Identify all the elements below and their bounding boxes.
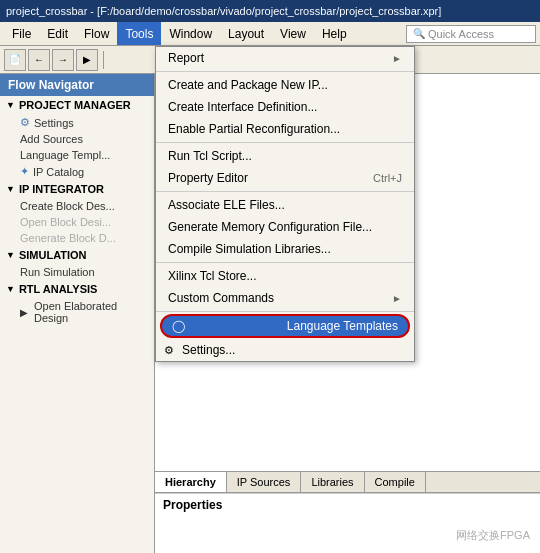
menu-generate-memory[interactable]: Generate Memory Configuration File... xyxy=(156,216,414,238)
menu-xilinx-tcl[interactable]: Xilinx Tcl Store... xyxy=(156,265,414,287)
menu-report[interactable]: Report ► xyxy=(156,47,414,69)
property-editor-shortcut: Ctrl+J xyxy=(373,172,402,184)
nav-open-elaborated[interactable]: ▶ Open Elaborated Design xyxy=(0,298,154,326)
settings-menu-icon: ⚙ xyxy=(164,344,174,357)
menu-run-tcl[interactable]: Run Tcl Script... xyxy=(156,145,414,167)
nav-run-simulation[interactable]: Run Simulation xyxy=(0,264,154,280)
nav-section-rtl[interactable]: ▼ RTL ANALYSIS xyxy=(0,280,154,298)
tab-ip-sources[interactable]: IP Sources xyxy=(227,472,302,492)
nav-add-sources[interactable]: Add Sources xyxy=(0,131,154,147)
quick-access-bar[interactable]: 🔍 Quick Access xyxy=(406,25,536,43)
arrow-ip-integrator: ▼ xyxy=(6,184,15,194)
toolbar-separator-1 xyxy=(103,51,104,69)
nav-section-simulation[interactable]: ▼ SIMULATION xyxy=(0,246,154,264)
menu-layout[interactable]: Layout xyxy=(220,22,272,45)
nav-language-templates[interactable]: Language Templ... xyxy=(0,147,154,163)
menu-language-templates[interactable]: ◯ Language Templates xyxy=(160,314,410,338)
ip-catalog-icon: ✦ xyxy=(20,165,29,178)
nav-create-block[interactable]: Create Block Des... xyxy=(0,198,154,214)
menu-tools[interactable]: Tools xyxy=(117,22,161,45)
nav-settings[interactable]: ⚙ Settings xyxy=(0,114,154,131)
sep-1 xyxy=(156,71,414,72)
nav-section-project-manager[interactable]: ▼ PROJECT MANAGER xyxy=(0,96,154,114)
tools-dropdown-menu[interactable]: Report ► Create and Package New IP... Cr… xyxy=(155,46,415,362)
nav-generate-block[interactable]: Generate Block D... xyxy=(0,230,154,246)
nav-ip-catalog[interactable]: ✦ IP Catalog xyxy=(0,163,154,180)
menu-view[interactable]: View xyxy=(272,22,314,45)
flow-navigator: Flow Navigator ▼ PROJECT MANAGER ⚙ Setti… xyxy=(0,74,155,553)
tab-compile[interactable]: Compile xyxy=(365,472,426,492)
triangle-icon: ▶ xyxy=(20,307,28,318)
custom-commands-arrow: ► xyxy=(392,293,402,304)
toolbar-action-btn[interactable]: ▶ xyxy=(76,49,98,71)
menu-create-package-ip[interactable]: Create and Package New IP... xyxy=(156,74,414,96)
nav-section-label-rtl: RTL ANALYSIS xyxy=(19,283,97,295)
sep-4 xyxy=(156,262,414,263)
toolbar-new-btn[interactable]: 📄 xyxy=(4,49,26,71)
sep-2 xyxy=(156,142,414,143)
title-text: project_crossbar - [F:/board/demo/crossb… xyxy=(6,5,441,17)
tab-bar: Hierarchy IP Sources Libraries Compile xyxy=(155,471,540,493)
tab-hierarchy[interactable]: Hierarchy xyxy=(155,472,227,492)
menu-compile-sim[interactable]: Compile Simulation Libraries... xyxy=(156,238,414,260)
menu-enable-partial[interactable]: Enable Partial Reconfiguration... xyxy=(156,118,414,140)
menu-create-interface[interactable]: Create Interface Definition... xyxy=(156,96,414,118)
flow-nav-title: Flow Navigator xyxy=(0,74,154,96)
properties-title: Properties xyxy=(163,498,532,512)
menu-custom-commands[interactable]: Custom Commands ► xyxy=(156,287,414,309)
nav-section-label-ipi: IP INTEGRATOR xyxy=(19,183,104,195)
sep-3 xyxy=(156,191,414,192)
properties-panel: Properties xyxy=(155,493,540,553)
menu-edit[interactable]: Edit xyxy=(39,22,76,45)
menu-bar: File Edit Flow Tools Window Layout View … xyxy=(0,22,540,46)
menu-window[interactable]: Window xyxy=(161,22,220,45)
menu-flow[interactable]: Flow xyxy=(76,22,117,45)
tab-libraries[interactable]: Libraries xyxy=(301,472,364,492)
nav-section-ip-integrator[interactable]: ▼ IP INTEGRATOR xyxy=(0,180,154,198)
report-submenu-arrow: ► xyxy=(392,53,402,64)
nav-section-label-sim: SIMULATION xyxy=(19,249,87,261)
arrow-project-manager: ▼ xyxy=(6,100,15,110)
arrow-rtl: ▼ xyxy=(6,284,15,294)
nav-open-block[interactable]: Open Block Desi... xyxy=(0,214,154,230)
title-bar: project_crossbar - [F:/board/demo/crossb… xyxy=(0,0,540,22)
menu-help[interactable]: Help xyxy=(314,22,355,45)
language-templates-icon: ◯ xyxy=(172,319,185,333)
toolbar-forward-btn[interactable]: → xyxy=(52,49,74,71)
menu-file[interactable]: File xyxy=(4,22,39,45)
settings-icon: ⚙ xyxy=(20,116,30,129)
menu-associate-ele[interactable]: Associate ELE Files... xyxy=(156,194,414,216)
toolbar-back-btn[interactable]: ← xyxy=(28,49,50,71)
search-icon: 🔍 xyxy=(413,28,425,39)
menu-property-editor[interactable]: Property Editor Ctrl+J xyxy=(156,167,414,189)
sep-5 xyxy=(156,311,414,312)
watermark: 网络交换FPGA xyxy=(456,528,530,543)
arrow-simulation: ▼ xyxy=(6,250,15,260)
menu-settings[interactable]: ⚙ Settings... xyxy=(156,339,414,361)
quick-access-label: Quick Access xyxy=(428,28,494,40)
nav-section-label-pm: PROJECT MANAGER xyxy=(19,99,131,111)
